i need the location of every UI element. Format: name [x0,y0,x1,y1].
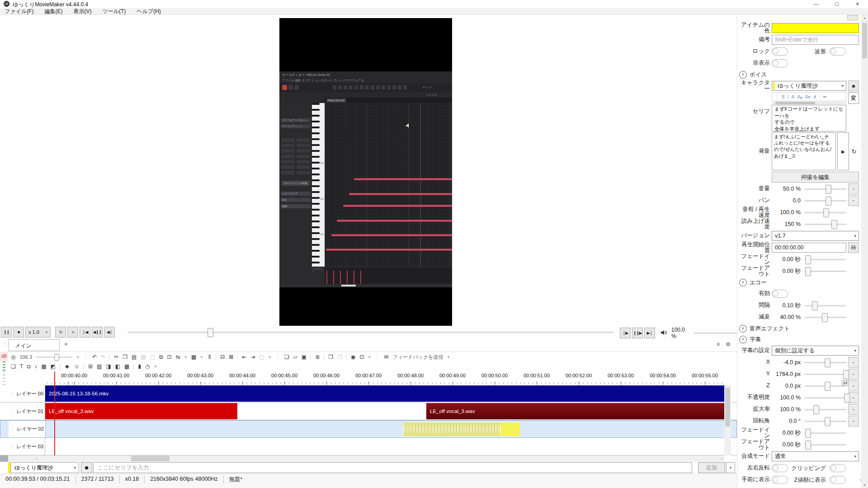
refresh-pronunciation-button[interactable]: ↻ [849,148,859,155]
zoom-icon[interactable]: ◎ [11,354,15,360]
video-preview[interactable]: キーエディター: HALion Sonic 02 ファイル 編集 スコア トラン… [279,18,452,326]
scrollbar-thumb[interactable] [862,23,867,58]
step-forward-button[interactable]: ❘▶ [620,328,631,338]
paste-special-icon[interactable]: ⧉ [159,354,163,360]
maximize-button[interactable]: ▢ [826,0,847,8]
new-file-icon[interactable]: ❏ [284,354,289,360]
clear-format-icon[interactable]: ✗ [813,94,817,99]
slider-thumb[interactable] [825,358,830,367]
paste-frame-icon[interactable]: ▢ [150,354,155,360]
zoom-slider[interactable] [36,357,72,358]
layer-row[interactable]: ⋮レイヤー 02 [0,420,737,438]
copy-icon[interactable]: ❐ [123,354,127,360]
play-pronunciation-button[interactable]: ▶ [837,132,849,170]
chev-icon[interactable]: ▾ [447,354,450,360]
timeline-horizontal-scrollbar[interactable]: ‹ › [8,455,724,462]
sub-fade-out-slider[interactable] [804,444,846,446]
shape-item-icon[interactable]: ◩ [51,363,56,370]
volume-slider[interactable] [804,188,846,190]
front-toggle[interactable] [772,476,788,484]
drag-handle-icon[interactable]: ⋮ [774,94,779,100]
step-back-button[interactable]: ◀❘ [104,327,115,338]
subtitle-item-icon[interactable]: ◨ [106,363,111,370]
delete-all-icon[interactable]: ⊠ [229,354,233,360]
item-color-field[interactable] [772,23,859,33]
chev-icon[interactable]: ▾ [200,354,203,360]
panel-scrollbar[interactable]: ▴ ▾ [861,15,868,488]
minimize-button[interactable]: — [806,0,826,8]
slider-thumb[interactable] [805,267,811,276]
timeline-ruler[interactable]: 00:00:40.0000:00:41.0000:00:42.0000:00:4… [45,371,724,385]
menu-ファイル(F)[interactable]: ファイル(F) [5,8,33,15]
italic-icon[interactable]: I [788,94,789,99]
add-item-button[interactable]: 追加 [698,462,725,473]
group-item-icon[interactable]: ⊞ [88,363,93,370]
slider-thumb[interactable] [843,370,849,379]
slider-thumb[interactable] [825,417,830,426]
image-item-icon[interactable]: ▦ [41,363,46,370]
menu-ヘルプ(H)[interactable]: ヘルプ(H) [137,8,161,15]
timeline-vertical-scrollbar[interactable] [724,385,731,455]
decrement-button[interactable]: - [848,380,859,391]
slider-thumb[interactable] [54,354,59,361]
cut-icon[interactable]: ✂ [114,354,118,360]
layer-header[interactable]: ⋮レイヤー 00 [8,385,45,402]
slider-thumb[interactable] [823,208,829,217]
layer-header[interactable]: ⋮レイヤー 01 [8,403,45,420]
repeat-button[interactable]: ↻ [55,327,66,338]
convert-button[interactable]: 変 [848,92,859,104]
voice-fade-out-slider[interactable] [804,271,846,272]
wait-item-icon[interactable]: ◷ [145,363,150,370]
seek-end-button[interactable]: ▶❘ [644,328,655,338]
collapse-icon[interactable]: ∧ [739,279,747,286]
video-clip[interactable]: 2025-08-15 13-18-56.mkv [45,385,724,402]
undo-icon[interactable]: ↶ [92,354,97,360]
serif-scrollbar[interactable] [772,102,846,104]
speech-rate-slider[interactable] [804,224,846,225]
mosaic-item-icon[interactable]: ▩ [124,363,129,370]
waveform-toggle[interactable] [830,47,846,56]
decrement-button[interactable]: - [848,404,859,415]
font-down-icon[interactable]: A▾ [805,94,811,99]
screenshot-icon[interactable]: ◉ [351,354,355,360]
collapse-icon[interactable]: ▾ [76,354,79,360]
z-order-toggle[interactable] [830,476,846,484]
sub-fade-in-slider[interactable] [804,432,846,434]
pan-slider[interactable] [804,200,846,202]
scroll-up-arrow[interactable]: ▴ [861,15,868,21]
speaker-icon[interactable] [661,329,667,337]
collapse-icon[interactable]: ∧ [739,336,747,343]
chev-icon[interactable]: ▾ [269,354,271,360]
chev-icon[interactable]: ▾ [184,354,187,360]
slider-thumb[interactable] [812,301,818,310]
decrement-button[interactable]: - [848,183,859,194]
quick-serif-input[interactable]: ここにセリフを入力 [93,462,692,473]
slider-thumb[interactable] [805,255,811,264]
gear-icon[interactable]: ⚙ [726,341,731,347]
scrollbar-thumb[interactable] [775,102,815,104]
scroll-right-arrow[interactable]: › [721,455,722,462]
edit-intonation-button[interactable]: 抑揚を編集 [772,172,859,183]
save-icon[interactable]: ▣ [302,354,307,360]
slider-thumb[interactable] [826,185,831,194]
bold-icon[interactable]: B [782,94,785,99]
collapse-icon[interactable]: ∧ [739,71,747,79]
seek-slider[interactable] [127,332,613,333]
shift-left-icon[interactable]: ⇤ [242,354,246,360]
echo-interval-slider[interactable] [804,305,846,306]
subtitle-setting-select[interactable]: 個別に設定する▾ [772,346,859,356]
voice-fade-in-slider[interactable] [804,259,846,260]
slider-thumb[interactable] [805,429,811,438]
paste-plain-icon[interactable]: ▤ [141,354,146,360]
emoji-item-icon[interactable]: ☺ [74,363,80,370]
decrement-button[interactable]: - [848,357,859,368]
project-settings-icon[interactable]: ≣ [315,354,320,360]
menu-編集(E)[interactable]: 編集(E) [44,8,62,15]
shift-right-icon[interactable]: ⇥ [250,354,255,360]
chev-icon[interactable]: ▾ [154,363,156,370]
decrement-button[interactable]: - [848,195,859,206]
slider-thumb[interactable] [826,197,831,206]
scroll-left-arrow[interactable]: ‹ [36,455,38,462]
open-folder-icon[interactable]: ▱ [293,354,297,360]
audio-clip[interactable]: LE_off vocal_3.wav [426,403,724,419]
